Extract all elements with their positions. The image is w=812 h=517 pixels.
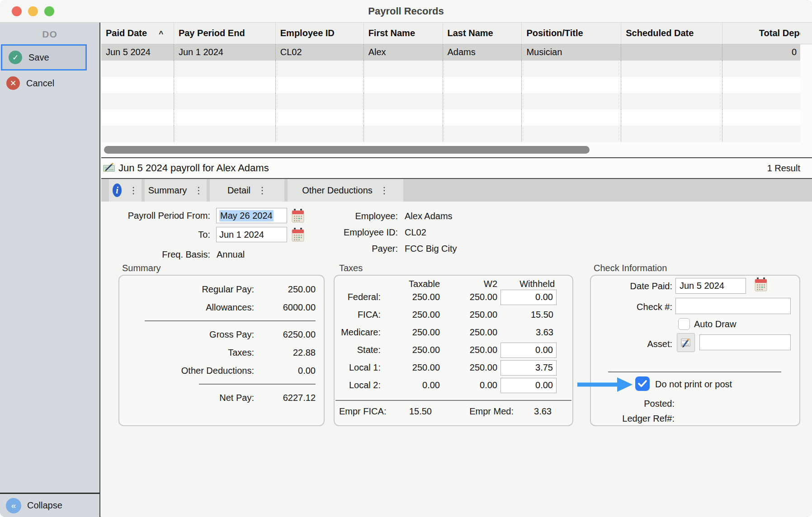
auto-draw-checkbox[interactable] (678, 318, 690, 330)
posted-label: Posted: (591, 399, 675, 409)
window-title: Payroll Records (0, 0, 812, 23)
tab-other-deductions[interactable]: Other Deductions ⋮ (288, 179, 403, 202)
chevron-double-left-icon: « (6, 498, 21, 513)
local2-withheld-input[interactable] (500, 378, 557, 393)
period-from-input[interactable]: May 26 2024 (216, 208, 287, 223)
info-icon: i (113, 183, 122, 197)
cell-total-deposit: 0 (722, 44, 800, 61)
freq-basis-label: Freq. Basis: (101, 249, 210, 260)
column-header-first-name[interactable]: First Name (364, 23, 443, 44)
cell-position-title: Musician (522, 44, 621, 61)
sidebar-header: DO (0, 23, 99, 44)
period-from-label: Payroll Period From: (101, 211, 210, 221)
empr-med-label: Empr Med: (469, 406, 514, 417)
asset-picker-icon[interactable] (677, 333, 695, 352)
cancel-label: Cancel (26, 78, 54, 89)
empty-row (101, 109, 812, 126)
divider (608, 371, 781, 372)
summary-box-label: Summary (122, 263, 161, 273)
results-grid: Paid Date^ Pay Period End Employee ID Fi… (101, 23, 812, 157)
payer-value: FCC Big City (405, 244, 457, 254)
tab-summary-label: Summary (148, 185, 187, 196)
local1-taxable: 250.00 (381, 362, 440, 373)
federal-w2: 250.00 (440, 292, 497, 302)
horizontal-scrollbar-thumb[interactable] (104, 146, 590, 154)
fica-w2: 250.00 (440, 310, 497, 320)
state-withheld-input[interactable] (500, 343, 557, 358)
column-header-scheduled-date[interactable]: Scheduled Date (621, 23, 722, 44)
net-pay-value: 6227.12 (254, 393, 324, 403)
cancel-button[interactable]: ✕ Cancel (0, 72, 99, 94)
asset-label: Asset: (591, 339, 672, 349)
medicare-taxable: 250.00 (381, 327, 440, 338)
collapse-button[interactable]: « Collapse (0, 493, 99, 517)
tab-handle-icon[interactable]: ⋮ (129, 185, 138, 196)
cell-pay-period-end: Jun 1 2024 (174, 44, 276, 61)
tab-handle-icon[interactable]: ⋮ (380, 185, 389, 196)
empr-fica-label: Empr FICA: (339, 406, 386, 417)
state-label: State: (335, 345, 381, 355)
date-paid-calendar-icon[interactable] (755, 277, 767, 291)
sidebar: DO ✓ Save ✕ Cancel « Collapse (0, 23, 100, 517)
table-row[interactable]: Jun 5 2024 Jun 1 2024 CL02 Alex Adams Mu… (101, 44, 812, 61)
tab-detail-label: Detail (227, 185, 250, 196)
taxes-label: Taxes: (119, 348, 254, 358)
save-check-icon: ✓ (9, 51, 22, 64)
tab-detail[interactable]: Detail ⋮ (210, 179, 284, 202)
period-to-input[interactable] (216, 227, 287, 242)
column-header-pay-period-end[interactable]: Pay Period End (174, 23, 276, 44)
cell-scheduled-date (621, 44, 722, 61)
grid-header-row: Paid Date^ Pay Period End Employee ID Fi… (101, 23, 812, 44)
fica-taxable: 250.00 (381, 310, 440, 320)
federal-withheld-input[interactable] (500, 290, 557, 305)
column-header-position-title[interactable]: Position/Title (522, 23, 621, 44)
asset-input[interactable] (699, 334, 791, 350)
cell-first-name: Alex (364, 44, 443, 61)
tab-handle-icon[interactable]: ⋮ (194, 185, 203, 196)
tab-handle-icon[interactable]: ⋮ (258, 185, 267, 196)
sort-asc-icon: ^ (159, 29, 163, 38)
check-number-input[interactable] (675, 298, 791, 314)
date-paid-input[interactable] (675, 278, 746, 294)
ledger-ref-label: Ledger Ref#: (591, 414, 675, 424)
local2-label: Local 2: (335, 380, 381, 390)
taxes-value: 22.88 (254, 348, 324, 358)
tab-summary[interactable]: Summary ⋮ (145, 179, 207, 202)
do-not-print-label: Do not print or post (655, 379, 732, 390)
empty-row (101, 93, 812, 109)
withheld-column-header: Withheld (497, 279, 557, 289)
horizontal-scrollbar-track[interactable] (101, 142, 812, 157)
title-bar: Payroll Records (0, 0, 812, 23)
local1-withheld-input[interactable] (500, 360, 557, 376)
regular-pay-value: 250.00 (254, 284, 324, 295)
column-header-paid-date[interactable]: Paid Date^ (101, 23, 174, 44)
employee-id-label: Employee ID: (282, 227, 398, 238)
payer-label: Payer: (282, 244, 398, 254)
check-information-box: Date Paid: (590, 275, 800, 426)
allowances-value: 6000.00 (254, 302, 324, 313)
local1-label: Local 1: (335, 362, 381, 373)
column-header-last-name[interactable]: Last Name (443, 23, 522, 44)
column-header-total-deposit[interactable]: Total Deposit (722, 23, 800, 44)
empty-row (101, 126, 812, 142)
result-count: 1 Result (767, 163, 800, 174)
allowances-label: Allowances: (119, 302, 254, 313)
other-deductions-label: Other Deductions: (119, 366, 254, 376)
cell-paid-date: Jun 5 2024 (101, 44, 174, 61)
employee-value: Alex Adams (405, 211, 453, 221)
medicare-label: Medicare: (335, 327, 381, 338)
federal-taxable: 250.00 (381, 292, 440, 302)
save-button[interactable]: ✓ Save (1, 44, 87, 70)
state-w2: 250.00 (440, 345, 497, 355)
do-not-print-checkbox[interactable] (635, 376, 650, 391)
annotation-arrow (576, 376, 633, 395)
main-area: Paid Date^ Pay Period End Employee ID Fi… (101, 23, 812, 517)
state-taxable: 250.00 (381, 345, 440, 355)
vertical-scrollbar-track[interactable] (800, 23, 812, 44)
tab-info[interactable]: i ⋮ (109, 179, 142, 202)
check-icon (638, 380, 647, 387)
column-header-employee-id[interactable]: Employee ID (276, 23, 364, 44)
payroll-records-window: Payroll Records DO ✓ Save ✕ Cancel « Col… (0, 0, 812, 517)
check-pen-icon (103, 162, 115, 174)
check-number-label: Check #: (591, 302, 672, 312)
